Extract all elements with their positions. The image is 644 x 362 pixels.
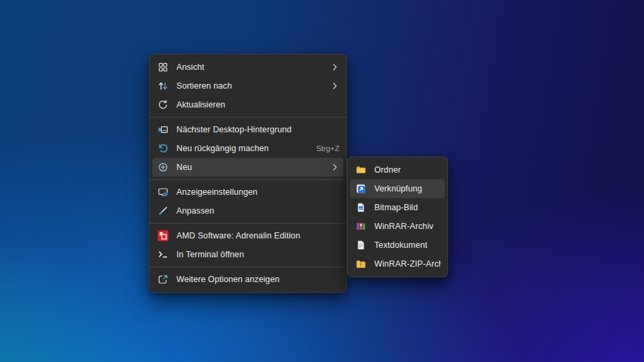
menu-item-label: Anzeigeeinstellungen	[176, 187, 339, 197]
text-document-icon	[356, 240, 366, 251]
menu-item-weitere-optionen-anzeigen[interactable]: Weitere Optionen anzeigen	[152, 270, 343, 289]
menu-separator	[150, 179, 346, 180]
menu-item-neu[interactable]: Neu	[152, 158, 343, 177]
menu-item-label: Neu	[176, 163, 325, 172]
menu-item-label: WinRAR-ZIP-Archiv	[374, 259, 441, 269]
undo-icon	[158, 143, 168, 154]
menu-item-ansicht[interactable]: Ansicht	[152, 58, 343, 77]
personalize-brush-icon	[158, 206, 168, 216]
menu-separator	[150, 117, 346, 118]
refresh-icon	[158, 99, 168, 110]
menu-item-label: Verknüpfung	[374, 184, 441, 193]
amd-icon	[158, 230, 168, 241]
menu-item-label: Neu rückgängig machen	[176, 144, 308, 153]
more-options-icon	[158, 274, 168, 285]
menu-item-label: AMD Software: Adrenalin Edition	[176, 231, 339, 240]
zip-folder-icon	[356, 259, 366, 269]
menu-item-label: Ordner	[374, 165, 441, 175]
keyboard-shortcut-label: Strg+Z	[316, 144, 339, 152]
menu-item-aktualisieren[interactable]: Aktualisieren	[152, 95, 343, 114]
menu-item-label: Aktualisieren	[176, 100, 339, 109]
menu-item-neu-rueckgaengig-machen[interactable]: Neu rückgängig machenStrg+Z	[152, 139, 343, 158]
menu-item-winrar-archiv[interactable]: WinRAR-Archiv	[350, 217, 445, 236]
menu-separator	[150, 223, 346, 224]
desktop-context-menu: AnsichtSortieren nachAktualisierenNächst…	[149, 54, 347, 293]
next-wallpaper-icon	[158, 124, 168, 135]
menu-item-naechster-desktop-hintergrund[interactable]: Nächster Desktop-Hintergrund	[152, 120, 343, 139]
terminal-icon	[158, 249, 168, 260]
new-plus-icon	[158, 162, 168, 173]
chevron-right-icon	[330, 163, 339, 172]
menu-item-in-terminal-oeffnen[interactable]: In Terminal öffnen	[152, 245, 343, 264]
menu-item-label: Anpassen	[176, 206, 339, 216]
grid-icon	[158, 62, 168, 73]
bitmap-image-icon	[356, 202, 366, 213]
menu-item-label: Textdokument	[374, 240, 441, 250]
menu-item-sortieren-nach[interactable]: Sortieren nach	[152, 77, 343, 95]
menu-item-label: WinRAR-Archiv	[374, 222, 441, 231]
sort-icon	[158, 81, 168, 91]
menu-separator	[150, 267, 346, 267]
shortcut-icon	[356, 183, 366, 194]
chevron-right-icon	[330, 62, 339, 72]
new-submenu: OrdnerVerknüpfungBitmap-BildWinRAR-Archi…	[347, 156, 448, 277]
menu-item-anzeigeeinstellungen[interactable]: Anzeigeeinstellungen	[152, 183, 343, 201]
menu-item-label: In Terminal öffnen	[176, 250, 339, 259]
menu-item-label: Weitere Optionen anzeigen	[176, 275, 339, 284]
menu-item-label: Bitmap-Bild	[374, 203, 441, 212]
chevron-right-icon	[330, 81, 339, 91]
menu-item-label: Sortieren nach	[176, 81, 325, 91]
menu-item-ordner[interactable]: Ordner	[350, 161, 445, 179]
menu-item-verknuepfung[interactable]: Verknüpfung	[350, 179, 445, 198]
menu-item-amd-software-adrenalin-edition[interactable]: AMD Software: Adrenalin Edition	[152, 226, 343, 245]
display-settings-icon	[158, 187, 168, 197]
menu-item-label: Ansicht	[176, 62, 325, 72]
winrar-archive-icon	[356, 221, 366, 232]
menu-item-winrar-zip-archiv[interactable]: WinRAR-ZIP-Archiv	[350, 255, 445, 273]
folder-icon	[356, 165, 366, 175]
menu-item-label: Nächster Desktop-Hintergrund	[176, 125, 339, 134]
desktop-background[interactable]: AnsichtSortieren nachAktualisierenNächst…	[0, 0, 644, 362]
menu-item-textdokument[interactable]: Textdokument	[350, 236, 445, 255]
menu-item-bitmap-bild[interactable]: Bitmap-Bild	[350, 198, 445, 217]
menu-item-anpassen[interactable]: Anpassen	[152, 201, 343, 220]
